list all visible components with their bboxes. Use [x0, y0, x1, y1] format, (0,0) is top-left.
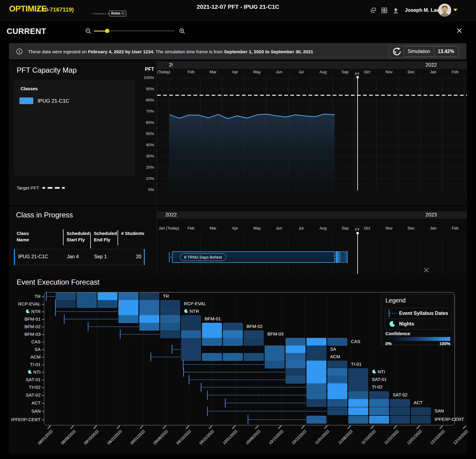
forecast-segment[interactable]	[181, 338, 201, 346]
upload-icon[interactable]	[392, 7, 399, 14]
forecast-segment[interactable]	[286, 353, 306, 361]
forecast-segment[interactable]	[327, 368, 347, 376]
close-view-icon[interactable]	[456, 27, 463, 34]
forecast-segment[interactable]	[181, 323, 201, 331]
class-gantt-bar[interactable]: 8 TRNG Days Behind	[172, 251, 335, 263]
forecast-segment[interactable]	[118, 308, 138, 315]
forecast-segment[interactable]	[265, 353, 285, 361]
forecast-segment[interactable]	[306, 368, 326, 376]
forecast-segment[interactable]	[160, 308, 180, 315]
forecast-segment[interactable]	[348, 416, 368, 424]
forecast-segment[interactable]	[244, 353, 264, 361]
forecast-segment[interactable]	[327, 391, 347, 399]
class-gantt-extension[interactable]	[336, 251, 348, 263]
forecast-segment[interactable]	[223, 323, 243, 331]
x-axis-date-label: 11/08/2022	[327, 429, 354, 456]
forecast-segment[interactable]	[139, 323, 159, 331]
forecast-segment[interactable]	[223, 338, 243, 346]
forecast-segment[interactable]	[77, 300, 97, 308]
forecast-segment[interactable]	[306, 361, 326, 368]
forecast-segment[interactable]	[327, 376, 347, 384]
forecast-segment[interactable]	[306, 338, 326, 346]
forecast-segment[interactable]	[286, 361, 306, 368]
forecast-segment[interactable]	[244, 338, 264, 346]
run-simulation-icon[interactable]: ✈	[389, 47, 403, 56]
forecast-segment[interactable]	[348, 368, 368, 376]
forecast-segment[interactable]	[306, 399, 326, 407]
forecast-segment[interactable]	[139, 308, 159, 315]
forecast-segment[interactable]	[348, 376, 368, 384]
forecast-segment[interactable]	[369, 416, 389, 424]
forecast-segment[interactable]	[327, 361, 347, 368]
forecast-segment[interactable]	[390, 407, 410, 415]
forecast-row-axis-label: ACM	[9, 354, 41, 359]
forecast-segment[interactable]	[160, 323, 180, 331]
forecast-segment[interactable]	[118, 300, 138, 308]
forecast-segment[interactable]	[160, 300, 180, 308]
forecast-segment[interactable]	[77, 292, 97, 300]
forecast-segment[interactable]	[265, 361, 285, 368]
forecast-segment[interactable]	[348, 391, 368, 399]
zoom-in-icon[interactable]	[179, 28, 186, 35]
forecast-segment[interactable]	[139, 300, 159, 308]
forecast-segment[interactable]	[118, 315, 138, 323]
forecast-segment[interactable]	[286, 368, 306, 376]
forecast-segment[interactable]	[306, 383, 326, 391]
forecast-segment[interactable]	[98, 300, 117, 308]
forecast-segment[interactable]	[348, 383, 368, 391]
year-strip	[156, 211, 467, 219]
avatar[interactable]	[438, 4, 451, 17]
forecast-segment[interactable]	[98, 292, 117, 300]
forecast-segment[interactable]	[160, 330, 180, 338]
forecast-segment[interactable]	[202, 353, 222, 361]
forecast-segment[interactable]	[181, 315, 201, 323]
forecast-segment[interactable]	[327, 338, 347, 346]
forecast-segment[interactable]	[390, 416, 410, 424]
forecast-segment[interactable]	[139, 292, 159, 300]
forecast-segment[interactable]	[244, 330, 264, 338]
forecast-segment[interactable]	[56, 300, 76, 308]
forecast-segment[interactable]	[390, 399, 410, 407]
forecast-segment[interactable]	[56, 292, 76, 300]
forecast-segment[interactable]	[348, 407, 368, 415]
user-menu-caret-icon[interactable]	[453, 9, 458, 11]
forecast-segment[interactable]	[369, 399, 389, 407]
forecast-segment[interactable]	[223, 330, 243, 338]
forecast-segment[interactable]	[411, 416, 431, 424]
forecast-segment[interactable]	[181, 330, 201, 338]
forecast-segment[interactable]	[306, 353, 326, 361]
forecast-segment[interactable]	[202, 323, 222, 331]
forecast-segment[interactable]	[160, 315, 180, 323]
zoom-out-icon[interactable]	[85, 28, 92, 35]
forecast-segment[interactable]	[369, 407, 389, 415]
forecast-segment[interactable]	[306, 391, 326, 399]
forecast-segment[interactable]	[411, 407, 431, 415]
windows-icon[interactable]	[370, 7, 377, 14]
zoom-slider-thumb[interactable]	[105, 29, 109, 33]
forecast-segment[interactable]	[139, 315, 159, 323]
forecast-segment[interactable]	[181, 353, 201, 361]
forecast-segment[interactable]	[327, 399, 347, 407]
forecast-segment[interactable]	[306, 345, 326, 353]
forecast-segment[interactable]	[286, 345, 306, 353]
forecast-segment[interactable]	[327, 407, 347, 415]
forecast-segment[interactable]	[306, 416, 326, 424]
dismiss-icon[interactable]	[423, 267, 429, 273]
class-legend-swatch[interactable]	[19, 97, 33, 104]
forecast-segment[interactable]	[286, 338, 306, 346]
forecast-segment[interactable]	[265, 345, 285, 353]
forecast-segment[interactable]	[181, 345, 201, 353]
forecast-segment[interactable]	[286, 376, 306, 384]
forecast-legend: Legend Event Syllabus Dates Night	[381, 294, 454, 345]
forecast-segment[interactable]	[223, 353, 243, 361]
grid-icon[interactable]	[381, 7, 388, 14]
forecast-segment[interactable]	[348, 399, 368, 407]
forecast-segment[interactable]	[202, 330, 222, 338]
forecast-segment[interactable]	[327, 383, 347, 391]
class-row[interactable]: IPUG 21-C1C Jan 4 Sep 1 20	[14, 249, 145, 265]
forecast-segment[interactable]	[202, 338, 222, 346]
forecast-segment[interactable]	[306, 376, 326, 384]
event-syllabus-dots	[226, 403, 306, 403]
forecast-segment[interactable]	[118, 292, 138, 300]
forecast-segment[interactable]	[369, 391, 389, 399]
